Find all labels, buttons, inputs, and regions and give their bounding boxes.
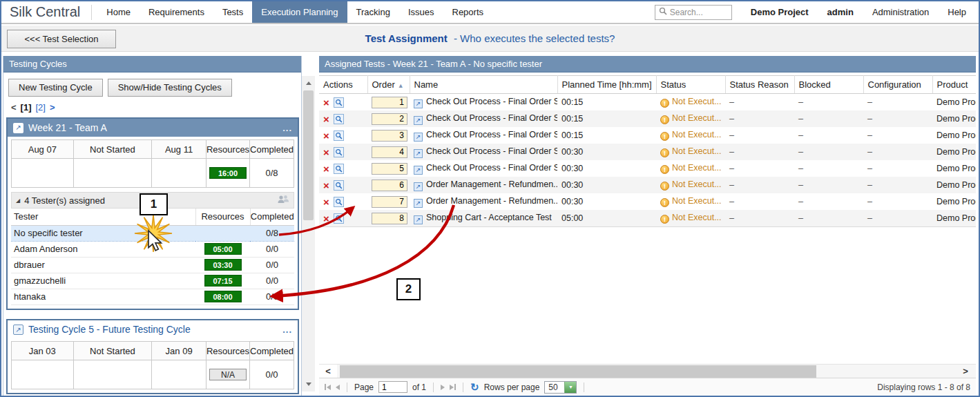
test-name[interactable]: Check Out Process - Final Order S... xyxy=(426,97,557,106)
actions-column-header[interactable]: Actions xyxy=(319,76,367,94)
show-hide-testing-cycles-button[interactable]: Show/Hide Testing Cycles xyxy=(108,79,232,97)
vertical-scrollbar-thumb[interactable] xyxy=(303,90,314,220)
delete-icon[interactable]: × xyxy=(323,97,329,108)
open-test-icon[interactable]: ↗ xyxy=(414,166,423,175)
delete-icon[interactable]: × xyxy=(323,213,329,224)
pager-page-2[interactable]: [2] xyxy=(35,102,45,113)
tester-row[interactable]: gmazzuchelli07:150/0 xyxy=(11,273,294,289)
open-test-icon[interactable]: ↗ xyxy=(414,215,423,224)
order-input[interactable] xyxy=(372,196,407,208)
new-testing-cycle-button[interactable]: New Testing Cycle xyxy=(8,79,103,97)
test-selection-button[interactable]: <<< Test Selection xyxy=(7,30,116,48)
assigned-test-row[interactable]: ×↗Order Management - Refundmen...00:30!N… xyxy=(319,193,976,210)
blocked-column-header[interactable]: Blocked xyxy=(794,76,863,94)
assigned-test-row[interactable]: ×↗Check Out Process - Final Order S...00… xyxy=(319,144,976,160)
status-reason-column-header[interactable]: Status Reason xyxy=(725,76,794,94)
test-name[interactable]: Check Out Process - Final Order S... xyxy=(426,163,557,173)
order-column-header[interactable]: Order▲ xyxy=(367,76,410,94)
configuration-column-header[interactable]: Configuration xyxy=(863,76,932,94)
open-test-icon[interactable]: ↗ xyxy=(414,99,423,108)
pager-page-1[interactable]: [1] xyxy=(21,102,32,113)
horizontal-scrollbar[interactable]: < > xyxy=(319,364,976,378)
previous-page-button[interactable] xyxy=(336,385,340,390)
tester-row[interactable]: Adam Anderson05:000/0 xyxy=(11,241,294,257)
test-name[interactable]: Order Management - Refundmen... xyxy=(426,180,557,189)
assigned-test-row[interactable]: ×↗Order Management - Refundmen...00:30!N… xyxy=(319,177,976,193)
user-menu[interactable]: admin xyxy=(827,7,854,17)
pager-prev[interactable]: < xyxy=(11,102,17,113)
next-page-button[interactable] xyxy=(441,385,445,390)
product-column-header[interactable]: Product xyxy=(932,76,976,94)
open-test-icon[interactable]: ↗ xyxy=(414,182,423,191)
order-input[interactable] xyxy=(372,180,407,191)
order-input[interactable] xyxy=(372,113,407,125)
test-name[interactable]: Check Out Process - Final Order S... xyxy=(426,113,557,123)
pager-next[interactable]: > xyxy=(50,102,55,113)
open-cycle-icon[interactable]: ↗ xyxy=(13,325,23,335)
inspect-icon[interactable] xyxy=(334,130,344,141)
scroll-right-button[interactable]: > xyxy=(957,365,974,378)
order-input[interactable] xyxy=(372,213,407,224)
nav-tests[interactable]: Tests xyxy=(213,1,252,23)
status-column-header[interactable]: Status xyxy=(656,76,725,94)
delete-icon[interactable]: × xyxy=(323,180,329,191)
assigned-test-row[interactable]: ×↗Check Out Process - Final Order S...00… xyxy=(319,110,976,127)
search-input[interactable] xyxy=(670,8,725,17)
order-input[interactable] xyxy=(372,97,407,108)
order-input[interactable] xyxy=(372,130,407,142)
search-box[interactable] xyxy=(655,5,732,20)
delete-icon[interactable]: × xyxy=(323,197,329,207)
cycle-menu-icon[interactable]: ... xyxy=(282,123,292,133)
tester-row[interactable]: dbrauer03:300/0 xyxy=(11,257,294,273)
open-cycle-icon[interactable]: ↗ xyxy=(13,123,23,133)
test-name[interactable]: Check Out Process - Final Order S... xyxy=(426,146,557,156)
dropdown-arrow-icon[interactable]: ▼ xyxy=(564,382,576,393)
assign-testers-icon[interactable] xyxy=(277,195,289,206)
open-test-icon[interactable]: ↗ xyxy=(414,149,423,158)
inspect-icon[interactable] xyxy=(334,164,344,174)
planned-time-column-header[interactable]: Planned Time [hh:mm] xyxy=(557,76,656,94)
nav-issues[interactable]: Issues xyxy=(399,1,443,23)
tester-row[interactable]: No specific tester0/8 xyxy=(11,225,294,241)
inspect-icon[interactable] xyxy=(334,180,344,191)
tester-row[interactable]: htanaka08:000/0 xyxy=(11,289,294,304)
open-test-icon[interactable]: ↗ xyxy=(414,199,423,208)
open-test-icon[interactable]: ↗ xyxy=(414,133,423,142)
nav-execution-planning[interactable]: Execution Planning xyxy=(252,1,347,23)
inspect-icon[interactable] xyxy=(334,97,344,108)
inspect-icon[interactable] xyxy=(334,213,344,224)
assigned-test-row[interactable]: ×↗Check Out Process - Final Order S...00… xyxy=(319,127,976,144)
delete-icon[interactable]: × xyxy=(323,130,329,141)
vertical-scrollbar[interactable] xyxy=(302,76,315,391)
help-link[interactable]: Help xyxy=(948,7,966,17)
cycle-menu-icon[interactable]: ... xyxy=(282,325,292,335)
nav-tracking[interactable]: Tracking xyxy=(347,1,399,23)
test-name[interactable]: Shopping Cart - Acceptance Test xyxy=(426,213,552,222)
assigned-test-row[interactable]: ×↗Check Out Process - Final Order S...00… xyxy=(319,160,976,177)
open-test-icon[interactable]: ↗ xyxy=(414,116,423,125)
first-page-button[interactable] xyxy=(325,384,331,390)
inspect-icon[interactable] xyxy=(334,197,344,207)
page-number-input[interactable] xyxy=(378,381,407,393)
order-input[interactable] xyxy=(372,146,407,158)
order-input[interactable] xyxy=(372,163,407,175)
delete-icon[interactable]: × xyxy=(323,164,329,174)
refresh-icon[interactable]: ↻ xyxy=(470,381,479,394)
rows-per-page-select[interactable]: 50 ▼ xyxy=(544,381,577,394)
cycle-card-header[interactable]: ↗ Week 21 - Team A ... xyxy=(8,119,298,137)
assigned-test-row[interactable]: ×↗Check Out Process - Final Order S...00… xyxy=(319,94,976,111)
expander-icon[interactable]: ◢ xyxy=(16,197,20,204)
scroll-left-button[interactable]: < xyxy=(319,365,337,378)
inspect-icon[interactable] xyxy=(334,147,344,157)
last-page-button[interactable] xyxy=(450,384,456,390)
delete-icon[interactable]: × xyxy=(323,114,329,124)
cycle-card-header[interactable]: ↗ Testing Cycle 5 - Future Testing Cycle… xyxy=(8,320,298,338)
scroll-down-button[interactable] xyxy=(302,378,315,391)
administration-link[interactable]: Administration xyxy=(872,7,929,17)
nav-reports[interactable]: Reports xyxy=(443,1,493,23)
inspect-icon[interactable] xyxy=(334,114,344,124)
delete-icon[interactable]: × xyxy=(323,147,329,157)
test-name[interactable]: Order Management - Refundmen... xyxy=(426,196,557,206)
nav-home[interactable]: Home xyxy=(97,1,140,23)
test-name[interactable]: Check Out Process - Final Order S... xyxy=(426,130,557,139)
